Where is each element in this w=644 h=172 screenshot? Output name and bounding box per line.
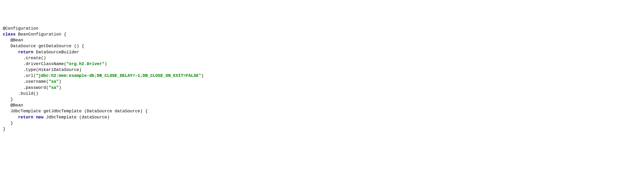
method-call: .password(	[23, 85, 48, 90]
close-brace: }	[10, 97, 13, 102]
indent	[3, 121, 10, 126]
close-paren: )	[59, 85, 62, 90]
code-block: @Configurationclass BeanConfiguration { …	[3, 26, 641, 132]
indent	[3, 85, 23, 90]
code-line-13: .password("sa")	[3, 85, 641, 91]
close-paren: )	[59, 79, 62, 84]
indent	[3, 50, 18, 54]
keyword-new: new	[36, 115, 43, 120]
code-line-21: }	[3, 126, 641, 132]
code-line-18: JdbcTemplate getJdbcTemplate (DataSource…	[3, 108, 641, 114]
method-call: .build()	[18, 91, 38, 96]
method-call: .username(	[23, 79, 48, 84]
code-line-4: @Bean	[3, 37, 641, 43]
indent	[3, 103, 10, 108]
code-line-14: .build()	[3, 91, 641, 97]
method-call: .create()	[23, 56, 46, 60]
space	[34, 115, 36, 120]
annotation: @Bean	[10, 103, 23, 108]
close-paren: )	[201, 73, 204, 78]
constructor-call: JdbcTemplate (dataSource)	[44, 115, 110, 120]
method-call: .type(HikariDataSource)	[23, 67, 82, 72]
indent	[3, 67, 23, 72]
close-brace: }	[3, 127, 6, 131]
code-line-9: .driverClassName("org.h2.Driver")	[3, 61, 641, 67]
class-declaration: BeanConfiguration {	[16, 32, 66, 37]
indent	[3, 62, 23, 66]
indent	[3, 44, 10, 48]
close-brace: }	[10, 121, 13, 126]
builder-start: DataSourceBuilder	[34, 50, 79, 54]
keyword-class: class	[3, 32, 16, 37]
keyword-return: return	[18, 115, 34, 120]
keyword-return: return	[18, 50, 34, 54]
string-literal: "org.h2.Driver"	[66, 62, 104, 66]
code-line-10: .type(HikariDataSource)	[3, 67, 641, 73]
close-paren: )	[104, 62, 107, 66]
code-line-19: return new JdbcTemplate (dataSource)	[3, 114, 641, 120]
code-line-20: }	[3, 120, 641, 126]
code-line-12: .username("sa")	[3, 79, 641, 85]
method-signature: JdbcTemplate getJdbcTemplate (DataSource…	[10, 109, 148, 114]
indent	[3, 38, 10, 42]
string-literal: "jdbc:h2:mem:example-db;DB_CLOSE_DELAY=-…	[36, 73, 201, 78]
code-line-8: .create()	[3, 55, 641, 61]
annotation: @Bean	[10, 38, 23, 42]
code-line-17: @Bean	[3, 102, 641, 108]
string-literal: "sa"	[48, 79, 58, 84]
indent	[3, 97, 10, 102]
method-call: .driverClassName(	[23, 62, 66, 66]
code-line-7: return DataSourceBuilder	[3, 49, 641, 55]
indent	[3, 109, 10, 114]
indent	[3, 115, 18, 120]
code-line-15: }	[3, 97, 641, 102]
annotation: @Configuration	[3, 26, 38, 31]
code-line-2: class BeanConfiguration {	[3, 31, 641, 37]
code-line-11: .url("jdbc:h2:mem:example-db;DB_CLOSE_DE…	[3, 73, 641, 79]
indent	[3, 79, 23, 84]
code-line-5: DataSource getDataSource () {	[3, 43, 641, 49]
indent	[3, 91, 18, 96]
code-line-1: @Configuration	[3, 26, 641, 31]
method-call: .url(	[23, 73, 36, 78]
indent	[3, 73, 23, 78]
indent	[3, 56, 23, 60]
method-signature: DataSource getDataSource () {	[10, 44, 84, 48]
string-literal: "sa"	[48, 85, 58, 90]
